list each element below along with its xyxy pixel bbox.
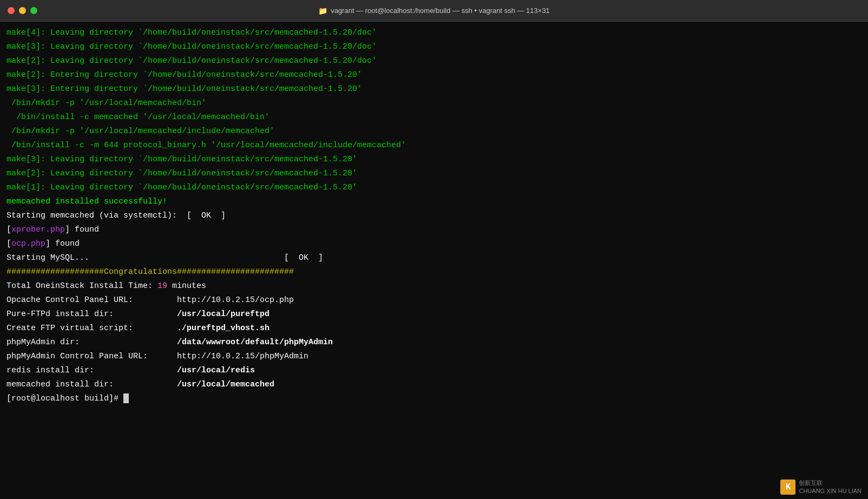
- terminal-text-segment: ocp.php: [11, 239, 45, 248]
- terminal-cursor: [123, 393, 129, 403]
- terminal-text-segment: redis install dir:: [6, 366, 177, 375]
- title-bar-text: 📁 vagrant — root@localhost:/home/build —…: [318, 6, 550, 15]
- terminal-text-segment: /usr/local/redis: [177, 366, 255, 375]
- terminal-line: [root@localhost build]#: [6, 392, 862, 406]
- window-title: vagrant — root@localhost:/home/build — s…: [331, 6, 550, 15]
- terminal-text-segment: ] found: [45, 239, 80, 248]
- terminal-text-segment: /usr/local/memcached: [177, 380, 274, 389]
- terminal-text-segment: Opcache Control Panel URL: http://10.0.2…: [6, 296, 294, 305]
- terminal-text-segment: /bin/install -c memcached '/usr/local/me…: [6, 113, 269, 122]
- minimize-button[interactable]: [19, 7, 26, 14]
- terminal-line: memcached installed successfully!: [6, 195, 862, 209]
- terminal-text-segment: minutes: [167, 281, 206, 291]
- terminal-text-segment: make[4]: Leaving directory `/home/build/…: [6, 28, 377, 37]
- terminal-line: /bin/install -c memcached '/usr/local/me…: [6, 110, 862, 124]
- terminal-line: [xprober.php] found: [6, 223, 862, 237]
- terminal-text-segment: make[3]: Leaving directory `/home/build/…: [6, 155, 357, 164]
- terminal-line: make[2]: Leaving directory `/home/build/…: [6, 167, 862, 181]
- watermark-logo: K: [780, 480, 795, 495]
- terminal-text-segment: make[1]: Leaving directory `/home/build/…: [6, 183, 357, 192]
- terminal-line: make[3]: Leaving directory `/home/build/…: [6, 153, 862, 167]
- terminal-text-segment: Starting MySQL... [ OK ]: [6, 253, 323, 262]
- terminal-text-segment: /bin/install -c -m 644 protocol_binary.h…: [6, 141, 406, 150]
- close-button[interactable]: [8, 7, 15, 14]
- terminal-line: Total OneinStack Install Time: 19 minute…: [6, 279, 862, 293]
- terminal-line: /bin/install -c -m 644 protocol_binary.h…: [6, 139, 862, 153]
- terminal-text-segment: Pure-FTPd install dir:: [6, 310, 177, 319]
- terminal-line: Create FTP virtual script: ./pureftpd_vh…: [6, 321, 862, 336]
- terminal-line: Opcache Control Panel URL: http://10.0.2…: [6, 293, 862, 307]
- terminal-text-segment: [: [6, 239, 11, 248]
- terminal-text-segment: make[3]: Leaving directory `/home/build/…: [6, 42, 377, 51]
- terminal-line: /bin/mkdir -p '/usr/local/memcached/bin': [6, 96, 862, 110]
- terminal-text-segment: make[2]: Leaving directory `/home/build/…: [6, 169, 357, 178]
- maximize-button[interactable]: [30, 7, 37, 14]
- terminal-text-segment: make[2]: Leaving directory `/home/build/…: [6, 56, 377, 65]
- terminal-text-segment: Total OneinStack Install Time:: [6, 281, 157, 291]
- terminal-line: Starting MySQL... [ OK ]: [6, 251, 862, 265]
- terminal-text-segment: memcached install dir:: [6, 380, 177, 389]
- terminal-line: make[3]: Leaving directory `/home/build/…: [6, 40, 862, 54]
- terminal-line: make[3]: Entering directory `/home/build…: [6, 82, 862, 96]
- terminal-text-segment: xprober.php: [11, 225, 65, 234]
- terminal-line: make[1]: Leaving directory `/home/build/…: [6, 181, 862, 195]
- terminal-line: make[2]: Entering directory `/home/build…: [6, 68, 862, 82]
- terminal-text-segment: /bin/mkdir -p '/usr/local/memcached/bin': [6, 99, 206, 108]
- terminal-text-segment: /usr/local/pureftpd: [177, 310, 269, 319]
- terminal-area[interactable]: make[4]: Leaving directory `/home/build/…: [0, 22, 868, 499]
- terminal-text-segment: memcached installed successfully!: [6, 197, 167, 206]
- terminal-text-segment: /bin/mkdir -p '/usr/local/memcached/incl…: [6, 127, 274, 136]
- terminal-line: ####################Congratulations#####…: [6, 265, 862, 279]
- terminal-text-segment: Create FTP virtual script:: [6, 324, 177, 333]
- watermark: K 创新互联 CHUANG XIN HU LIAN: [780, 479, 862, 495]
- terminal-line: make[4]: Leaving directory `/home/build/…: [6, 26, 862, 40]
- terminal-text-segment: 19: [157, 281, 167, 291]
- terminal-line: /bin/mkdir -p '/usr/local/memcached/incl…: [6, 124, 862, 139]
- terminal-text-segment: phpMyAdmin Control Panel URL: http://10.…: [6, 352, 308, 361]
- terminal-text-segment: [root@localhost build]#: [6, 394, 123, 403]
- watermark-text: 创新互联 CHUANG XIN HU LIAN: [799, 479, 862, 495]
- terminal-line: Starting memcached (via systemctl): [ OK…: [6, 209, 862, 223]
- terminal-text-segment: ####################Congratulations#####…: [6, 267, 294, 277]
- terminal-text-segment: ] found: [65, 225, 99, 234]
- terminal-text-segment: Starting memcached (via systemctl): [ OK…: [6, 211, 226, 220]
- terminal-text-segment: /data/wwwroot/default/phpMyAdmin: [177, 338, 333, 347]
- folder-icon: 📁: [318, 6, 327, 15]
- terminal-line: [ocp.php] found: [6, 237, 862, 251]
- terminal-line: phpMyAdmin dir: /data/wwwroot/default/ph…: [6, 336, 862, 350]
- terminal-line: make[2]: Leaving directory `/home/build/…: [6, 54, 862, 68]
- terminal-line: redis install dir: /usr/local/redis: [6, 364, 862, 378]
- terminal-text-segment: make[2]: Entering directory `/home/build…: [6, 70, 362, 80]
- terminal-text-segment: [: [6, 225, 11, 234]
- window-buttons[interactable]: [8, 7, 37, 14]
- terminal-text-segment: ./pureftpd_vhost.sh: [177, 324, 269, 333]
- terminal-line: phpMyAdmin Control Panel URL: http://10.…: [6, 350, 862, 364]
- terminal-line: memcached install dir: /usr/local/memcac…: [6, 378, 862, 392]
- terminal-line: Pure-FTPd install dir: /usr/local/pureft…: [6, 307, 862, 321]
- terminal-text-segment: phpMyAdmin dir:: [6, 338, 177, 347]
- terminal-text-segment: make[3]: Entering directory `/home/build…: [6, 84, 362, 94]
- titlebar: 📁 vagrant — root@localhost:/home/build —…: [0, 0, 868, 22]
